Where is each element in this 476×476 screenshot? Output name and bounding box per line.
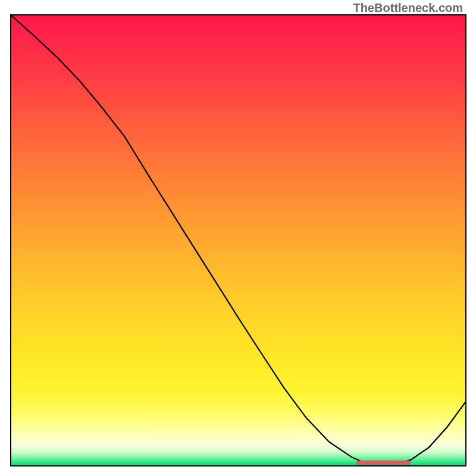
watermark-text: TheBottleneck.com bbox=[353, 1, 463, 15]
chart-plot-area bbox=[10, 14, 466, 466]
optimal-range-marker bbox=[356, 461, 411, 465]
chart-background-gradient bbox=[11, 15, 465, 465]
